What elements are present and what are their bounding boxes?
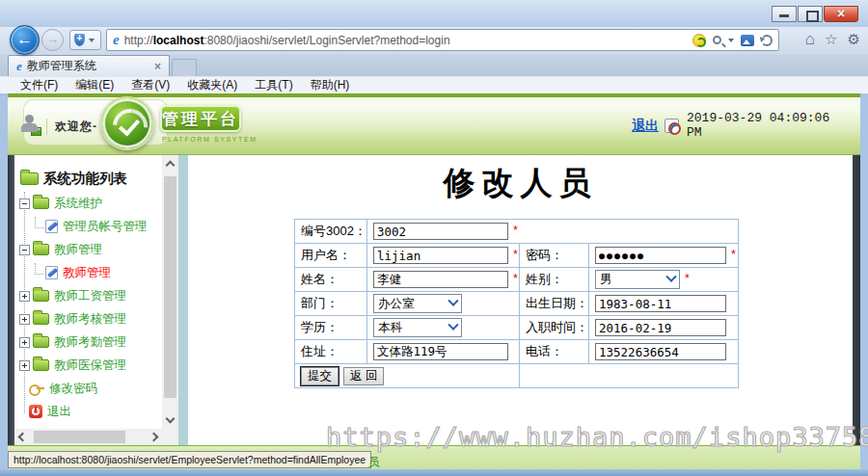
new-tab-stub[interactable]: [172, 59, 197, 76]
menu-help[interactable]: 帮助(H): [302, 77, 359, 93]
sidebar-horizontal-scrollbar[interactable]: [14, 429, 162, 445]
sidebar-item-label[interactable]: 退出: [47, 404, 71, 420]
menu-tools[interactable]: 工具(T): [246, 77, 301, 93]
table-row: 住址： 电话：: [295, 340, 739, 364]
menu-favorites[interactable]: 收藏夹(A): [178, 77, 246, 93]
search-icon[interactable]: [713, 36, 721, 44]
search-dropdown-icon[interactable]: [728, 39, 734, 42]
form-buttons: 提交 返 回: [301, 366, 519, 386]
sidebar-item-label[interactable]: 教师考核管理: [54, 311, 126, 328]
vertical-scroll-thumb[interactable]: [164, 176, 176, 398]
sidebar-item-teacher-insurance[interactable]: 教师医保管理: [14, 354, 162, 377]
required-asterisk: *: [731, 248, 736, 261]
sidebar-item-label-active[interactable]: 教师管理: [63, 265, 111, 281]
menu-file[interactable]: 文件(F): [12, 77, 67, 93]
browser-toolbar: ⌂ ☆ ⚙: [805, 28, 860, 51]
browser-tab[interactable]: e 教师管理系统 ×: [8, 55, 170, 76]
folder-icon: [33, 290, 49, 302]
folder-icon: [33, 313, 49, 325]
scrollbar-corner: [162, 429, 178, 445]
hire-date-input[interactable]: [595, 319, 726, 336]
tree-elbow-connector: [35, 217, 43, 228]
sidebar-item-label[interactable]: 管理员帐号管理: [63, 219, 148, 235]
menu-edit[interactable]: 编辑(E): [67, 77, 122, 93]
education-select[interactable]: 本科: [373, 318, 462, 337]
address-label: 住址：: [295, 340, 367, 364]
logout-link[interactable]: 退出: [632, 118, 659, 135]
key-icon: [29, 383, 44, 395]
scroll-down-icon[interactable]: [166, 414, 176, 424]
edit-page-icon: [45, 220, 58, 233]
table-row: 提交 返 回: [295, 364, 739, 388]
sidebar-item-teacher-mgmt[interactable]: 教师管理: [14, 261, 162, 284]
education-select-value: 本科: [378, 320, 402, 336]
url-host: localhost: [153, 34, 204, 47]
department-select[interactable]: 办公室: [373, 294, 462, 313]
expand-icon[interactable]: [19, 291, 30, 302]
horizontal-scroll-thumb[interactable]: [34, 431, 125, 443]
sidebar-item-label[interactable]: 教师工资管理: [54, 288, 126, 304]
phone-input[interactable]: [595, 343, 726, 360]
back-button[interactable]: [10, 25, 40, 55]
back-button-form[interactable]: 返 回: [343, 367, 384, 385]
forward-button[interactable]: [41, 29, 64, 51]
gender-label: 姓别：: [520, 268, 589, 292]
settings-gear-icon[interactable]: ⚙: [848, 28, 860, 51]
url-text[interactable]: http://localhost:8080/jiaoshi/servlet/Lo…: [124, 34, 692, 47]
expand-icon[interactable]: [19, 360, 30, 371]
tab-close-icon[interactable]: ×: [152, 60, 163, 73]
sidebar-item-teacher-salary[interactable]: 教师工资管理: [14, 284, 162, 307]
id-input[interactable]: [373, 223, 508, 240]
sidebar-item-teacher-appraisal[interactable]: 教师考核管理: [14, 307, 162, 331]
sidebar-item-label[interactable]: 教师医保管理: [54, 357, 126, 374]
address-input[interactable]: [373, 343, 508, 360]
sidebar-item-label[interactable]: 教师考勤管理: [54, 334, 126, 351]
compatibility-page-icon[interactable]: [741, 35, 754, 46]
smartscreen-button[interactable]: [69, 30, 101, 50]
user-icon: [21, 115, 42, 136]
sidebar-item-change-password[interactable]: 修改密码: [14, 377, 162, 400]
menu-bar: 文件(F) 编辑(E) 查看(V) 收藏夹(A) 工具(T) 帮助(H): [0, 76, 868, 93]
sidebar-item-teacher-mgmt-group[interactable]: 教师管理: [14, 238, 162, 261]
favorites-star-icon[interactable]: ☆: [825, 28, 837, 51]
page-header: 欢迎您- 管理平台 PLATFORM SYSYTEM 退出 2019-03-29…: [8, 93, 860, 155]
window-bottom-frame: [0, 469, 868, 476]
refresh-icon[interactable]: [761, 35, 773, 46]
expand-icon[interactable]: [19, 314, 30, 325]
expand-icon[interactable]: [19, 337, 30, 348]
sidebar-item-label[interactable]: 教师管理: [54, 242, 102, 258]
close-button[interactable]: [824, 6, 858, 22]
name-label: 姓名：: [295, 268, 367, 292]
page-title: 修改人员: [188, 162, 853, 205]
datetime-date: 2019-03-29 04:09:06: [687, 111, 841, 125]
username-input[interactable]: [373, 247, 508, 264]
department-select-value: 办公室: [378, 296, 415, 312]
sidebar-item-exit[interactable]: 退出: [14, 400, 162, 423]
page-left-edge: [8, 155, 14, 445]
sidebar-item-label[interactable]: 修改密码: [49, 381, 97, 397]
maximize-button[interactable]: [798, 6, 823, 22]
address-bar[interactable]: e http://localhost:8080/jiaoshi/servlet/…: [106, 29, 779, 51]
menu-view[interactable]: 查看(V): [122, 77, 178, 93]
frame-divider: [178, 155, 188, 445]
sidebar-item-teacher-attendance[interactable]: 教师考勤管理: [14, 331, 162, 354]
scroll-right-icon[interactable]: [149, 433, 159, 442]
sidebar-vertical-scrollbar[interactable]: [162, 155, 178, 429]
submit-button[interactable]: 提交: [301, 367, 339, 385]
home-icon[interactable]: ⌂: [805, 28, 815, 51]
password-input[interactable]: [595, 247, 726, 264]
hire-date-label: 入职时间：: [520, 316, 589, 340]
gender-select[interactable]: 男: [595, 270, 680, 289]
name-input[interactable]: [373, 271, 508, 288]
sidebar-item-admin-accounts[interactable]: 管理员帐号管理: [14, 215, 162, 238]
tab-title: 教师管理系统: [27, 58, 152, 74]
sidebar-item-system-maintenance[interactable]: 系统维护: [14, 192, 162, 215]
sidebar-item-label[interactable]: 系统维护: [54, 196, 102, 212]
scroll-up-icon[interactable]: [166, 161, 176, 171]
collapse-icon[interactable]: [19, 245, 30, 255]
scroll-left-icon[interactable]: [18, 433, 28, 442]
minimize-button[interactable]: [772, 6, 797, 22]
education-label: 学历：: [295, 316, 367, 340]
birth-date-input[interactable]: [595, 295, 726, 312]
collapse-icon[interactable]: [19, 198, 30, 209]
